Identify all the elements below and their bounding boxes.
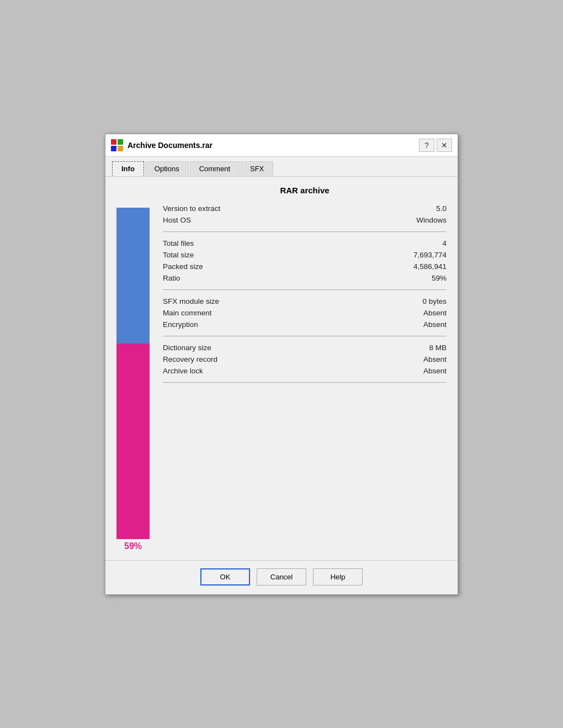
divider-1	[163, 231, 447, 232]
info-group-3: SFX module size 0 bytes Main comment Abs…	[163, 296, 447, 330]
divider-3	[163, 336, 447, 336]
chart-area: 59%	[116, 186, 150, 551]
row-dict-size: Dictionary size 8 MB	[163, 342, 447, 354]
info-group-1: Version to extract 5.0 Host OS Windows	[163, 203, 447, 226]
label-main-comment: Main comment	[163, 309, 212, 317]
label-recovery-record: Recovery record	[163, 355, 217, 363]
help-footer-button[interactable]: Help	[313, 568, 363, 585]
bar-packed	[116, 208, 150, 344]
compression-bar	[116, 208, 150, 539]
help-button[interactable]: ?	[419, 139, 434, 152]
value-recovery-record: Absent	[423, 355, 447, 363]
ok-button[interactable]: OK	[200, 568, 250, 585]
info-group-2: Total files 4 Total size 7,693,774 Packe…	[163, 238, 447, 284]
tab-options[interactable]: Options	[145, 161, 189, 176]
row-encryption: Encryption Absent	[163, 319, 447, 330]
bar-ratio	[116, 344, 150, 539]
value-total-files: 4	[442, 239, 447, 247]
divider-4	[163, 382, 447, 383]
content-area: 59% RAR archive Version to extract 5.0 H…	[105, 177, 458, 560]
value-main-comment: Absent	[423, 309, 447, 317]
main-area: 59% RAR archive Version to extract 5.0 H…	[116, 186, 447, 551]
tab-bar: Info Options Comment SFX	[105, 157, 458, 177]
value-version: 5.0	[436, 204, 447, 213]
label-sfx-module: SFX module size	[163, 297, 219, 305]
value-total-size: 7,693,774	[413, 251, 447, 259]
row-main-comment: Main comment Absent	[163, 307, 447, 319]
value-packed-size: 4,586,941	[413, 262, 447, 271]
label-version: Version to extract	[163, 204, 220, 213]
row-hostos: Host OS Windows	[163, 214, 447, 226]
row-version: Version to extract 5.0	[163, 203, 447, 214]
divider-2	[163, 289, 447, 290]
label-ratio: Ratio	[163, 274, 180, 282]
tab-info[interactable]: Info	[112, 161, 144, 176]
tab-comment[interactable]: Comment	[190, 161, 240, 176]
app-icon	[111, 139, 123, 151]
cancel-button[interactable]: Cancel	[257, 568, 306, 585]
value-hostos: Windows	[416, 216, 447, 224]
row-recovery-record: Recovery record Absent	[163, 354, 447, 365]
value-encryption: Absent	[423, 320, 447, 329]
value-archive-lock: Absent	[423, 367, 447, 375]
label-dict-size: Dictionary size	[163, 344, 211, 352]
title-bar-controls: ? ✕	[419, 139, 452, 152]
row-ratio: Ratio 59%	[163, 272, 447, 284]
window-title: Archive Documents.rar	[128, 141, 419, 150]
footer: OK Cancel Help	[105, 560, 458, 594]
row-total-size: Total size 7,693,774	[163, 249, 447, 261]
label-encryption: Encryption	[163, 320, 198, 329]
label-total-size: Total size	[163, 251, 194, 259]
main-window: Archive Documents.rar ? ✕ Info Options C…	[105, 134, 458, 595]
label-total-files: Total files	[163, 239, 194, 247]
ratio-label: 59%	[124, 541, 142, 551]
label-archive-lock: Archive lock	[163, 367, 203, 375]
close-button[interactable]: ✕	[437, 139, 452, 152]
value-sfx-module: 0 bytes	[422, 297, 447, 305]
row-archive-lock: Archive lock Absent	[163, 365, 447, 377]
row-sfx-module: SFX module size 0 bytes	[163, 296, 447, 307]
title-bar: Archive Documents.rar ? ✕	[105, 134, 458, 157]
row-total-files: Total files 4	[163, 238, 447, 249]
value-dict-size: 8 MB	[429, 344, 447, 352]
value-ratio: 59%	[432, 274, 447, 282]
row-packed-size: Packed size 4,586,941	[163, 261, 447, 272]
info-group-4: Dictionary size 8 MB Recovery record Abs…	[163, 342, 447, 377]
label-packed-size: Packed size	[163, 262, 203, 271]
tab-sfx[interactable]: SFX	[241, 161, 273, 176]
info-area: RAR archive Version to extract 5.0 Host …	[163, 186, 447, 551]
label-hostos: Host OS	[163, 216, 191, 224]
section-title: RAR archive	[163, 186, 447, 195]
